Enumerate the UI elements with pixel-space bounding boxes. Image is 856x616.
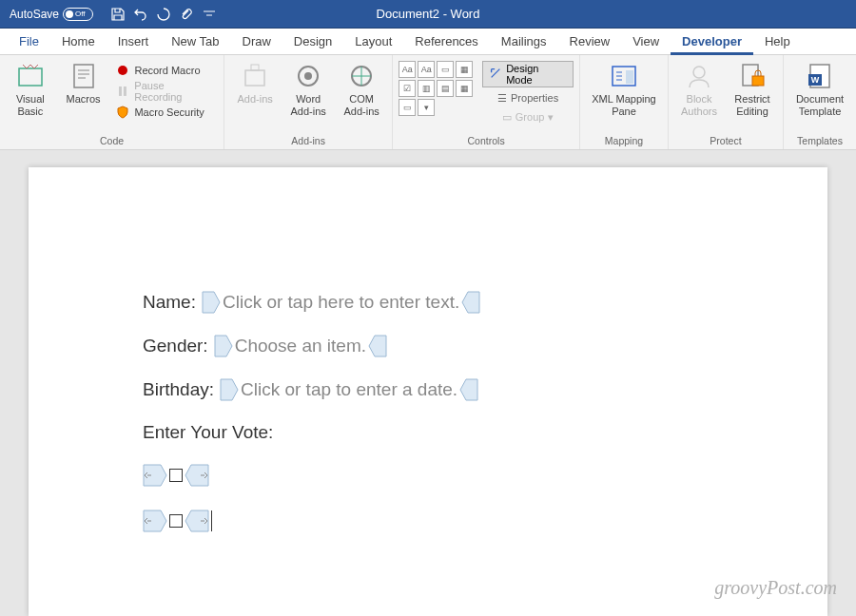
word-addins-button[interactable]: Word Add-ins [283, 59, 333, 133]
tab-home[interactable]: Home [50, 29, 107, 55]
birthday-placeholder: Click or tap to enter a date. [239, 379, 459, 400]
word-addins-icon [293, 61, 323, 91]
block-authors-label: Block Authors [676, 93, 722, 118]
pause-recording-icon [115, 84, 130, 99]
tab-file[interactable]: File [8, 29, 50, 55]
birthday-content-control[interactable]: Click or tap to enter a date. [220, 378, 478, 401]
attach-icon[interactable] [179, 7, 194, 22]
svg-rect-14 [752, 76, 764, 86]
document-template-button[interactable]: W Document Template [789, 59, 850, 133]
cc-right-handle-icon [185, 510, 209, 532]
tab-mailings[interactable]: Mailings [490, 29, 558, 55]
document-template-icon: W [805, 61, 835, 91]
group-controls-title: Controls [399, 133, 574, 149]
vote-checkbox-2[interactable] [143, 510, 713, 532]
addins-button: Add-ins [230, 59, 280, 133]
group-protect-title: Protect [674, 133, 777, 149]
svg-rect-11 [626, 70, 633, 84]
xml-mapping-icon [609, 61, 639, 91]
cc-right-handle-icon [185, 464, 209, 487]
tab-developer[interactable]: Developer [671, 29, 753, 55]
xml-mapping-button[interactable]: XML Mapping Pane [586, 59, 662, 133]
addins-icon [240, 61, 270, 91]
dropdown-control-button[interactable]: ▤ [437, 80, 454, 97]
gender-placeholder: Choose an item. [233, 336, 368, 356]
tab-view[interactable]: View [621, 29, 671, 55]
svg-text:W: W [811, 75, 820, 85]
svg-rect-5 [245, 70, 264, 86]
word-addins-label: Word Add-ins [285, 93, 331, 118]
svg-rect-6 [251, 65, 259, 70]
title-bar: AutoSave Off Document2 - Word [0, 0, 856, 29]
rich-text-control-button[interactable]: Aa [399, 61, 416, 78]
vote-checkbox-1[interactable] [143, 464, 713, 487]
gender-content-control[interactable]: Choose an item. [214, 335, 387, 357]
group-icon: ▭ [502, 111, 512, 124]
group-addins: Add-ins Word Add-ins COM Add-ins Add-ins [224, 55, 393, 149]
cc-right-cap-icon [368, 335, 387, 357]
svg-rect-3 [119, 87, 122, 96]
svg-rect-4 [124, 87, 126, 96]
date-picker-control-button[interactable]: ▦ [456, 80, 473, 97]
group-mapping: XML Mapping Pane Mapping [580, 55, 669, 149]
record-macro-button[interactable]: Record Macro [111, 61, 218, 80]
field-name: Name: Click or tap here to enter text. [143, 291, 713, 314]
redo-icon[interactable] [156, 7, 171, 22]
tab-layout[interactable]: Layout [343, 29, 403, 55]
restrict-editing-button[interactable]: Restrict Editing [728, 59, 777, 133]
picture-control-button[interactable]: ▭ [437, 61, 454, 78]
group-controls: Aa Aa ▭ ▦ ☑ ▥ ▤ ▦ ▭ ▾ [393, 55, 580, 149]
checkbox-icon [169, 469, 183, 482]
save-icon[interactable] [110, 7, 126, 22]
checkbox-control-button[interactable]: ☑ [399, 80, 416, 97]
properties-button[interactable]: ☰Properties [482, 89, 574, 106]
tab-review[interactable]: Review [558, 29, 622, 55]
group-addins-title: Add-ins [230, 133, 386, 149]
plain-text-control-button[interactable]: Aa [418, 61, 435, 78]
undo-icon[interactable] [133, 7, 148, 22]
quick-access-toolbar: AutoSave Off [0, 7, 226, 22]
cc-left-cap-icon [220, 378, 239, 401]
group-protect: Block Authors Restrict Editing Protect [669, 55, 784, 149]
design-mode-button[interactable]: Design Mode [482, 61, 574, 87]
building-block-control-button[interactable]: ▦ [456, 61, 473, 78]
cc-left-cap-icon [214, 335, 233, 357]
pause-recording-button: Pause Recording [111, 82, 218, 101]
name-content-control[interactable]: Click or tap here to enter text. [202, 291, 480, 314]
customize-qat-icon[interactable] [202, 7, 217, 22]
field-vote: Enter Your Vote: [143, 422, 713, 443]
svg-point-8 [304, 72, 312, 80]
combobox-control-button[interactable]: ▥ [418, 80, 435, 97]
svg-rect-1 [74, 65, 93, 87]
tab-insert[interactable]: Insert [107, 29, 161, 55]
checkbox-icon [169, 514, 183, 528]
group-mapping-title: Mapping [586, 133, 662, 149]
com-addins-button[interactable]: COM Add-ins [337, 59, 386, 133]
tab-references[interactable]: References [403, 29, 489, 55]
tab-draw[interactable]: Draw [231, 29, 282, 55]
group-code-title: Code [6, 133, 218, 149]
macro-security-button[interactable]: Macro Security [111, 103, 218, 122]
tab-help[interactable]: Help [753, 29, 802, 55]
toggle-switch-icon: Off [63, 8, 93, 21]
group-templates-title: Templates [789, 133, 850, 149]
addins-label: Add-ins [238, 93, 273, 106]
legacy-tools-button[interactable]: ▾ [418, 99, 435, 116]
tab-design[interactable]: Design [282, 29, 343, 55]
tab-new-tab[interactable]: New Tab [160, 29, 230, 55]
cc-left-handle-icon [143, 510, 167, 532]
autosave-toggle[interactable]: AutoSave Off [10, 8, 93, 21]
document-template-label: Document Template [791, 93, 848, 118]
gender-label: Gender: [143, 336, 208, 356]
block-authors-icon [684, 61, 714, 91]
restrict-editing-icon [737, 61, 768, 91]
chevron-down-icon: ▾ [548, 111, 554, 124]
document-area[interactable]: Name: Click or tap here to enter text. G… [0, 150, 856, 616]
com-addins-icon [346, 61, 377, 91]
repeating-section-control-button[interactable]: ▭ [399, 99, 416, 116]
visual-basic-button[interactable]: Visual Basic [6, 59, 55, 133]
properties-icon: ☰ [497, 92, 507, 105]
svg-rect-0 [19, 68, 42, 86]
vote-label: Enter Your Vote: [143, 422, 273, 443]
macros-button[interactable]: Macros [59, 59, 108, 133]
